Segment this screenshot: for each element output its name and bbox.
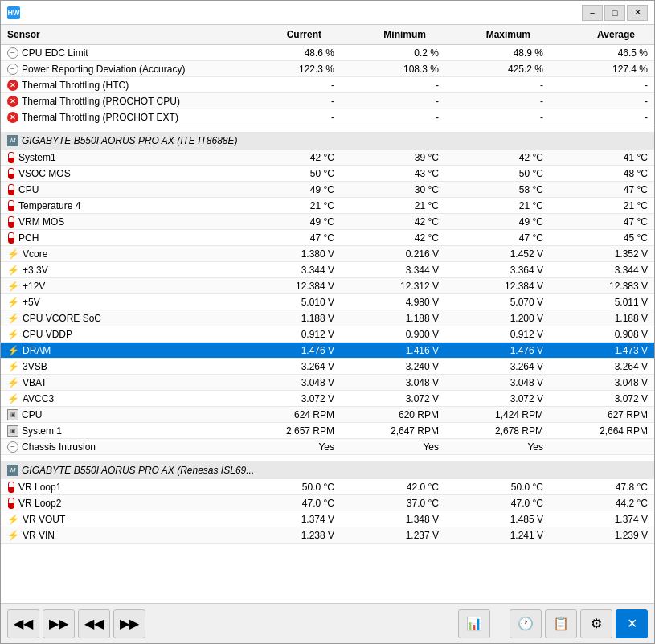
average-cell: 3.344 V <box>550 264 654 277</box>
table-row[interactable]: ⚡ +3.3V 3.344 V 3.344 V 3.364 V 3.344 V <box>1 262 654 278</box>
minimum-cell: Yes <box>341 441 445 453</box>
table-row[interactable]: ⚡ CPU VDDP 0.912 V 0.900 V 0.912 V 0.908… <box>1 326 654 343</box>
maximum-cell: 3.364 V <box>445 264 550 277</box>
temp-icon <box>7 482 15 493</box>
table-row[interactable]: ✕ Thermal Throttling (HTC) - - - - <box>1 77 654 93</box>
section-label: GIGABYTE B550I AORUS PRO AX (ITE IT8688E… <box>22 135 238 146</box>
graph-button[interactable]: 📊 <box>458 609 490 638</box>
sensor-name-cell: ⚡ +12V <box>4 280 236 293</box>
bottom-toolbar: ◀◀ ▶▶ ◀◀ ▶▶ 📊 🕐 📋 ⚙ <box>1 603 654 643</box>
table-row[interactable]: ⚡ AVCC3 3.072 V 3.072 V 3.072 V 3.072 V <box>1 391 654 407</box>
sensor-name-cell: ⚡ +3.3V <box>4 264 236 277</box>
sensor-label: CPU <box>18 184 39 195</box>
current-cell: 5.010 V <box>236 296 341 309</box>
current-cell: 3.048 V <box>236 376 341 389</box>
settings-button[interactable]: ⚙ <box>580 609 612 638</box>
main-window: HW − □ ✕ Sensor Current Minimum Maximum … <box>0 0 655 644</box>
table-row[interactable]: ▣ System 1 2,657 RPM 2,647 RPM 2,678 RPM… <box>1 423 654 439</box>
table-row[interactable]: ⚡ +12V 12.384 V 12.312 V 12.384 V 12.383… <box>1 278 654 294</box>
sensor-name-cell: ▣ CPU <box>4 408 236 421</box>
table-row[interactable]: VRM MOS 49 °C 42 °C 49 °C 47 °C <box>1 214 654 230</box>
sensor-name-cell: ✕ Thermal Throttling (PROCHOT CPU) <box>4 95 236 108</box>
sensor-name-cell: ⚡ AVCC3 <box>4 392 236 405</box>
sensor-label: VRM MOS <box>18 216 64 228</box>
table-row[interactable]: ✕ Thermal Throttling (PROCHOT CPU) - - -… <box>1 93 654 109</box>
table-row[interactable]: System1 42 °C 39 °C 42 °C 41 °C <box>1 150 654 166</box>
table-row[interactable]: ⚡ Vcore 1.380 V 0.216 V 1.452 V 1.352 V <box>1 246 654 262</box>
table-row[interactable]: − Power Reporting Deviation (Accuracy) 1… <box>1 61 654 77</box>
nav-back2-button[interactable]: ◀◀ <box>78 609 110 638</box>
spacer-row <box>1 125 654 132</box>
table-row[interactable]: − CPU EDC Limit 48.6 % 0.2 % 48.9 % 46.5… <box>1 45 654 61</box>
sensor-list[interactable]: − CPU EDC Limit 48.6 % 0.2 % 48.9 % 46.5… <box>1 45 654 603</box>
average-cell: 46.5 % <box>550 47 654 59</box>
maximize-button[interactable]: □ <box>604 5 625 21</box>
maximum-cell: 425.2 % <box>445 63 550 76</box>
maximum-cell: 47 °C <box>445 232 550 244</box>
table-row[interactable]: VR Loop2 47.0 °C 37.0 °C 47.0 °C 44.2 °C <box>1 495 654 511</box>
sensor-label: 3VSB <box>23 361 47 372</box>
back2-icon: ◀◀ <box>84 616 104 631</box>
minimum-cell: 620 RPM <box>341 408 445 421</box>
maximum-cell: 48.9 % <box>445 47 550 59</box>
current-cell: 42 °C <box>236 151 341 164</box>
sensor-label: System1 <box>18 152 56 163</box>
table-row[interactable]: ▣ CPU 624 RPM 620 RPM 1,424 RPM 627 RPM <box>1 407 654 423</box>
table-row[interactable]: ✕ Thermal Throttling (PROCHOT EXT) - - -… <box>1 109 654 125</box>
current-cell: 1.476 V <box>236 344 341 357</box>
section-name: M GIGABYTE B550I AORUS PRO AX (Renesas I… <box>4 464 654 477</box>
current-cell: Yes <box>236 441 341 453</box>
table-row[interactable]: ⚡ VR VIN 1.238 V 1.237 V 1.241 V 1.239 V <box>1 527 654 544</box>
maximum-cell: 49 °C <box>445 215 550 228</box>
minimize-button[interactable]: − <box>582 5 603 21</box>
sensor-name-cell: System1 <box>4 151 236 164</box>
table-row[interactable]: Temperature 4 21 °C 21 °C 21 °C 21 °C <box>1 198 654 214</box>
average-cell: 5.011 V <box>550 296 654 309</box>
maximum-cell: 42 °C <box>445 151 550 164</box>
sensor-name-cell: ⚡ VR VOUT <box>4 513 236 526</box>
circle-minus-icon: − <box>7 64 18 75</box>
minimum-cell: 3.072 V <box>341 392 445 405</box>
table-row[interactable]: − Chassis Intrusion Yes Yes Yes <box>1 439 654 455</box>
maximum-cell: 1.476 V <box>445 344 550 357</box>
table-row[interactable]: ⚡ +5V 5.010 V 4.980 V 5.070 V 5.011 V <box>1 294 654 310</box>
sensor-label: Chassis Intrusion <box>22 441 96 453</box>
sensor-name-cell: ⚡ +5V <box>4 296 236 309</box>
close-button[interactable]: ✕ <box>627 5 648 21</box>
table-row[interactable]: ⚡ 3VSB 3.264 V 3.240 V 3.264 V 3.264 V <box>1 359 654 375</box>
maximum-cell: 47.0 °C <box>445 497 550 510</box>
table-row[interactable]: VSOC MOS 50 °C 43 °C 50 °C 48 °C <box>1 166 654 182</box>
nav-forward-button[interactable]: ▶▶ <box>43 609 75 638</box>
sensor-label: DRAM <box>23 345 51 356</box>
close-app-button[interactable]: ✕ <box>616 609 648 638</box>
minimum-cell: - <box>341 79 445 92</box>
nav-forward2-button[interactable]: ▶▶ <box>113 609 145 638</box>
fan-icon: ▣ <box>7 409 18 420</box>
table-row[interactable]: ⚡ DRAM 1.476 V 1.416 V 1.476 V 1.473 V <box>1 343 654 359</box>
report-button[interactable]: 📋 <box>545 609 577 638</box>
average-cell: 1.239 V <box>550 529 654 542</box>
x-red-icon: ✕ <box>7 112 18 123</box>
nav-back-button[interactable]: ◀◀ <box>7 609 39 638</box>
sensor-name-cell: VRM MOS <box>4 215 236 228</box>
table-row[interactable]: PCH 47 °C 42 °C 47 °C 45 °C <box>1 230 654 246</box>
sensor-name-cell: ⚡ CPU VCORE SoC <box>4 312 236 325</box>
table-row[interactable]: CPU 49 °C 30 °C 58 °C 47 °C <box>1 182 654 198</box>
current-cell: 47.0 °C <box>236 497 341 510</box>
table-row[interactable]: ⚡ CPU VCORE SoC 1.188 V 1.188 V 1.200 V … <box>1 310 654 326</box>
average-cell: 2,664 RPM <box>550 425 654 437</box>
average-cell: 1.374 V <box>550 513 654 526</box>
average-cell: 44.2 °C <box>550 497 654 510</box>
minimum-cell: 30 °C <box>341 183 445 196</box>
sensor-label: PCH <box>18 232 39 244</box>
table-row[interactable]: ⚡ VR VOUT 1.374 V 1.348 V 1.485 V 1.374 … <box>1 511 654 527</box>
average-cell: 21 °C <box>550 199 654 212</box>
average-cell: - <box>550 95 654 108</box>
minimum-cell: 42 °C <box>341 215 445 228</box>
table-row[interactable]: ⚡ VBAT 3.048 V 3.048 V 3.048 V 3.048 V <box>1 375 654 391</box>
bolt-icon: ⚡ <box>7 530 19 541</box>
table-row[interactable]: VR Loop1 50.0 °C 42.0 °C 50.0 °C 47.8 °C <box>1 479 654 495</box>
clock-button[interactable]: 🕐 <box>510 609 542 638</box>
col-average: Average <box>537 27 641 42</box>
current-cell: - <box>236 79 341 92</box>
